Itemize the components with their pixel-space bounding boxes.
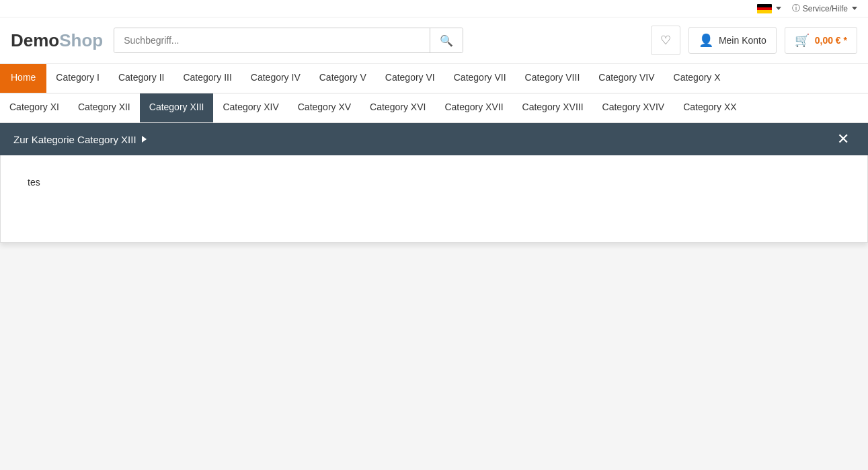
chevron-right-icon: [142, 136, 147, 143]
nav-item-category-v[interactable]: Category V: [310, 64, 376, 93]
nav-item-category-xii[interactable]: Category XII: [69, 93, 140, 122]
header-actions: ♡ 👤 Mein Konto 🛒 0,00 € *: [651, 26, 857, 55]
account-label: Mein Konto: [719, 35, 766, 46]
wishlist-button[interactable]: ♡: [651, 26, 680, 55]
nav-item-category-viii[interactable]: Category VIII: [516, 64, 590, 93]
cart-price: 0,00 € *: [815, 35, 847, 46]
language-selector[interactable]: [757, 4, 781, 13]
logo[interactable]: DemoShop: [11, 30, 103, 51]
nav-item-category-iii[interactable]: Category III: [173, 64, 241, 93]
cart-button[interactable]: 🛒 0,00 € *: [785, 27, 857, 54]
search-input[interactable]: [114, 28, 430, 52]
nav-item-category-vii[interactable]: Category VII: [444, 64, 516, 93]
nav-item-category-xi[interactable]: Category XI: [0, 93, 69, 122]
help-icon: ⓘ: [792, 3, 800, 14]
chevron-down-icon: [776, 7, 781, 10]
header: DemoShop 🔍 ♡ 👤 Mein Konto 🛒 0,00 € *: [0, 17, 868, 64]
nav-item-category-x[interactable]: Category X: [664, 64, 730, 93]
main-content: [0, 243, 868, 470]
nav-row-1: HomeCategory ICategory IICategory IIICat…: [0, 64, 868, 93]
mega-menu-link-text: Zur Kategorie Category XIII: [13, 134, 136, 145]
dropdown-item[interactable]: tes: [28, 175, 840, 189]
account-button[interactable]: 👤 Mein Konto: [688, 27, 777, 54]
service-help-button[interactable]: ⓘ Service/Hilfe: [792, 3, 857, 14]
nav-item-category-xv[interactable]: Category XV: [288, 93, 360, 122]
nav-item-home[interactable]: Home: [0, 64, 46, 93]
heart-icon: ♡: [660, 33, 671, 48]
nav-item-category-xiii[interactable]: Category XIII: [140, 93, 214, 122]
nav-item-category-xviii[interactable]: Category XVIII: [513, 93, 593, 122]
mega-menu-bar: Zur Kategorie Category XIII ✕: [0, 123, 868, 155]
category-link[interactable]: Zur Kategorie Category XIII: [13, 124, 147, 155]
nav-item-category-iv[interactable]: Category IV: [241, 64, 310, 93]
nav-item-category-i[interactable]: Category I: [46, 64, 109, 93]
mega-menu-close-button[interactable]: ✕: [832, 126, 855, 152]
nav-item-category-viv[interactable]: Category VIV: [589, 64, 664, 93]
service-help-label: Service/Hilfe: [803, 4, 848, 13]
nav-item-category-xiv[interactable]: Category XIV: [213, 93, 288, 122]
user-icon: 👤: [699, 33, 713, 48]
top-bar: ⓘ Service/Hilfe: [0, 0, 868, 17]
nav-item-category-vi[interactable]: Category VI: [376, 64, 444, 93]
chevron-down-icon: [852, 7, 857, 10]
search-bar: 🔍: [114, 28, 463, 53]
search-icon: 🔍: [440, 35, 453, 46]
logo-demo: Demo: [11, 30, 59, 50]
nav-item-category-ii[interactable]: Category II: [109, 64, 173, 93]
nav-item-category-xvi[interactable]: Category XVI: [360, 93, 435, 122]
flag-icon: [757, 4, 772, 13]
search-button[interactable]: 🔍: [430, 28, 463, 52]
dropdown-panel: tes: [0, 155, 868, 243]
nav-item-category-xvii[interactable]: Category XVII: [435, 93, 512, 122]
nav-item-category-xviv[interactable]: Category XVIV: [593, 93, 674, 122]
nav-row-2: Category XICategory XIICategory XIIICate…: [0, 93, 868, 123]
cart-icon: 🛒: [795, 33, 810, 48]
logo-shop: Shop: [59, 30, 103, 50]
nav-item-category-xx[interactable]: Category XX: [674, 93, 746, 122]
